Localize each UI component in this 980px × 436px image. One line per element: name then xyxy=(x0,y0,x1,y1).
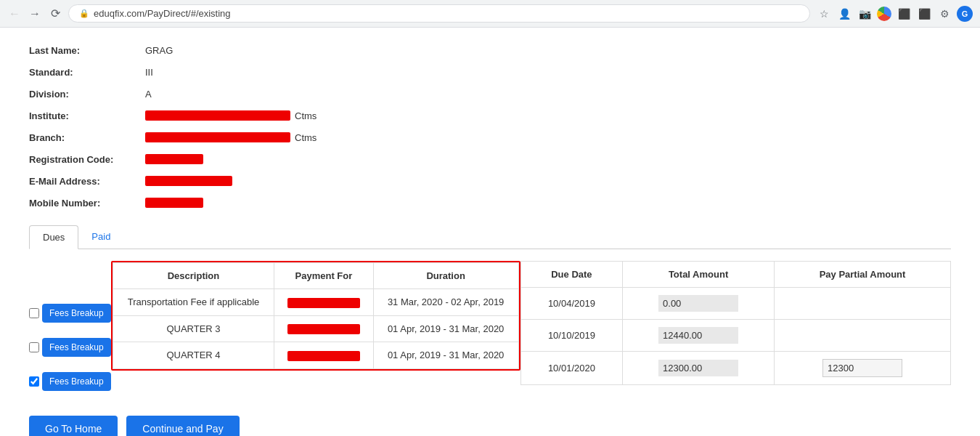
reload-button[interactable]: ⟳ xyxy=(48,7,62,21)
browser-actions: ☆ 👤 📷 ⬛ ⬛ ⚙ G xyxy=(816,6,973,22)
institute-label: Institute: xyxy=(29,110,145,121)
row1-payment-for xyxy=(274,289,373,316)
go-home-button[interactable]: Go To Home xyxy=(29,416,118,436)
col-payment-for: Payment For xyxy=(274,263,373,289)
table-row: 10/10/2019 xyxy=(520,320,950,352)
reg-code-redacted xyxy=(145,154,203,164)
bookmark-button[interactable]: ☆ xyxy=(816,6,832,22)
row3-partial-input[interactable] xyxy=(822,359,902,377)
last-name-row: Last Name: GRAG xyxy=(29,42,951,58)
institute-row: Institute: Ctms xyxy=(29,108,951,124)
table-row: 10/01/2020 xyxy=(520,352,950,385)
institute-redacted xyxy=(145,110,290,121)
col-duration: Duration xyxy=(373,263,518,289)
outer-header-row: Due Date Total Amount Pay Partial Amount xyxy=(520,262,950,288)
division-value: A xyxy=(145,89,152,100)
fees-breakup-btn-2[interactable]: Fees Breakup xyxy=(42,338,111,357)
row-checkbox-1[interactable] xyxy=(29,308,39,318)
row1-amount-input[interactable] xyxy=(658,295,738,312)
camera-button[interactable]: 📷 xyxy=(857,6,873,22)
outer-table: Due Date Total Amount Pay Partial Amount… xyxy=(520,261,951,385)
col-total-amount: Total Amount xyxy=(623,262,775,288)
tabs: Dues Paid xyxy=(29,225,951,249)
row3-partial xyxy=(775,352,951,385)
row-checkbox-2[interactable] xyxy=(29,342,39,352)
inner-table-container: Description Payment For Duration Transpo… xyxy=(111,261,520,371)
col-due-date: Due Date xyxy=(520,262,622,288)
reg-code-row: Registration Code: xyxy=(29,151,951,167)
settings-button[interactable]: ⚙ xyxy=(936,6,952,22)
fees-breakup-btn-1[interactable]: Fees Breakup xyxy=(42,304,111,323)
mobile-redacted xyxy=(145,198,203,208)
row3-payment-for xyxy=(274,342,373,369)
last-name-value: GRAG xyxy=(145,45,173,56)
continue-pay-button[interactable]: Continue and Pay xyxy=(126,416,239,436)
checkbox-column xyxy=(29,261,39,398)
row2-total-amount xyxy=(623,320,775,352)
email-row: E-Mail Address: xyxy=(29,173,951,189)
division-row: Division: A xyxy=(29,86,951,102)
row2-description: QUARTER 3 xyxy=(113,315,274,342)
row-check-1[interactable] xyxy=(29,296,39,330)
row1-total-amount xyxy=(623,288,775,320)
row2-due-date: 10/10/2019 xyxy=(520,320,622,352)
row1-due-date: 10/04/2019 xyxy=(520,288,622,320)
lastpass-button[interactable]: ⬛ xyxy=(916,6,932,22)
standard-label: Standard: xyxy=(29,67,145,78)
back-button[interactable]: ← xyxy=(7,7,22,21)
inner-table-header-row: Description Payment For Duration xyxy=(113,263,518,289)
avatar-button[interactable]: 👤 xyxy=(836,6,852,22)
chrome-icon xyxy=(877,7,891,21)
table-row: Transportation Fee if applicable 31 Mar,… xyxy=(113,289,518,316)
tab-paid[interactable]: Paid xyxy=(78,225,123,249)
reg-code-label: Registration Code: xyxy=(29,154,145,165)
table-area: Fees Breakup Fees Breakup Fees Breakup D… xyxy=(29,261,951,398)
col-partial-amount: Pay Partial Amount xyxy=(775,262,951,288)
row1-description: Transportation Fee if applicable xyxy=(113,289,274,316)
row2-partial xyxy=(775,320,951,352)
division-label: Division: xyxy=(29,89,145,100)
row3-description: QUARTER 4 xyxy=(113,342,274,369)
fees-btn-wrap-1: Fees Breakup xyxy=(42,296,111,330)
row-check-3[interactable] xyxy=(29,364,39,398)
last-name-label: Last Name: xyxy=(29,45,145,56)
institute-suffix: Ctms xyxy=(295,110,317,121)
profile-icon[interactable]: G xyxy=(957,6,973,22)
row3-amount-input[interactable] xyxy=(658,360,738,376)
mobile-row: Mobile Number: xyxy=(29,195,951,211)
branch-row: Branch: Ctms xyxy=(29,129,951,145)
table-row: 10/04/2019 xyxy=(520,288,950,320)
page-content: Last Name: GRAG Standard: III Division: … xyxy=(0,28,980,436)
row1-partial xyxy=(775,288,951,320)
browser-chrome: ← → ⟳ 🔒 eduqfix.com/PayDirect/#/existing… xyxy=(0,0,980,28)
standard-row: Standard: III xyxy=(29,64,951,80)
fees-btn-wrap-2: Fees Breakup xyxy=(42,330,111,364)
address-bar[interactable]: 🔒 eduqfix.com/PayDirect/#/existing xyxy=(68,4,810,23)
fees-breakup-column: Fees Breakup Fees Breakup Fees Breakup xyxy=(42,261,111,398)
row-check-2[interactable] xyxy=(29,330,39,364)
branch-redacted xyxy=(145,132,290,142)
row2-duration: 01 Apr, 2019 - 31 Mar, 2020 xyxy=(373,315,518,342)
email-redacted xyxy=(145,176,232,186)
row-checkbox-3[interactable] xyxy=(29,376,39,387)
standard-value: III xyxy=(145,67,153,78)
row2-amount-input[interactable] xyxy=(658,327,738,344)
table-row: QUARTER 3 01 Apr, 2019 - 31 Mar, 2020 xyxy=(113,315,518,342)
mobile-label: Mobile Number: xyxy=(29,198,145,209)
inner-table: Description Payment For Duration Transpo… xyxy=(113,262,519,369)
row3-total-amount xyxy=(623,352,775,385)
tab-dues[interactable]: Dues xyxy=(29,225,78,249)
forward-button[interactable]: → xyxy=(28,7,42,21)
row3-duration: 01 Apr, 2019 - 31 Mar, 2020 xyxy=(373,342,518,369)
branch-label: Branch: xyxy=(29,132,145,143)
fees-breakup-btn-3[interactable]: Fees Breakup xyxy=(42,372,111,391)
student-info: Last Name: GRAG Standard: III Division: … xyxy=(29,42,951,211)
bottom-buttons: Go To Home Continue and Pay xyxy=(29,416,951,436)
puzzle-button[interactable]: ⬛ xyxy=(896,6,912,22)
branch-suffix: Ctms xyxy=(295,132,317,143)
lock-icon: 🔒 xyxy=(79,9,89,18)
table-row: QUARTER 4 01 Apr, 2019 - 31 Mar, 2020 xyxy=(113,342,518,369)
col-description: Description xyxy=(113,263,274,289)
row2-payment-for xyxy=(274,315,373,342)
row3-due-date: 10/01/2020 xyxy=(520,352,622,385)
